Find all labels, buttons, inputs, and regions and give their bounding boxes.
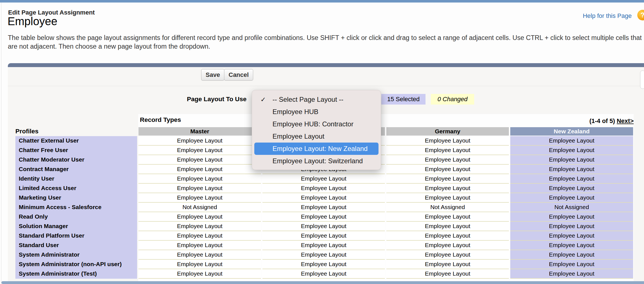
- dropdown-option[interactable]: Employee Layout: New Zealand: [254, 143, 379, 155]
- layout-cell[interactable]: Employee Layout: [510, 155, 633, 165]
- layout-cell[interactable]: Employee Layout: [262, 184, 385, 193]
- horizontal-scrollbar[interactable]: [1, 281, 644, 284]
- vertical-scrollbar-thumb[interactable]: [640, 70, 644, 89]
- layout-cell[interactable]: Employee Layout: [138, 212, 261, 222]
- layout-cell[interactable]: Not Assigned: [386, 203, 509, 212]
- layout-cell[interactable]: Not Assigned: [510, 203, 633, 212]
- layout-cell[interactable]: Employee Layout: [510, 136, 633, 146]
- layout-cell[interactable]: Employee Layout: [510, 269, 633, 279]
- profile-cell[interactable]: System Administrator (Test): [15, 269, 137, 279]
- layout-cell[interactable]: Employee Layout: [386, 222, 509, 231]
- page-title: Employee: [8, 15, 57, 28]
- layout-cell[interactable]: Employee Layout: [510, 174, 633, 184]
- page-layout-to-use-label: Page Layout To Use: [187, 96, 246, 103]
- layout-cell[interactable]: Employee Layout: [386, 165, 509, 174]
- layout-cell[interactable]: Employee Layout: [262, 231, 385, 241]
- profile-cell[interactable]: Solution Manager: [15, 222, 137, 231]
- layout-cell[interactable]: Employee Layout: [138, 136, 261, 146]
- next-page-link[interactable]: Next>: [617, 117, 634, 124]
- layout-cell[interactable]: Employee Layout: [262, 203, 385, 212]
- profile-cell[interactable]: Chatter Moderator User: [15, 155, 137, 165]
- dropdown-option-label: Employee Layout: New Zealand: [272, 145, 368, 152]
- profile-cell[interactable]: Identity User: [15, 174, 137, 184]
- layout-cell[interactable]: Employee Layout: [386, 212, 509, 222]
- layout-cell[interactable]: Employee Layout: [386, 269, 509, 279]
- table-row: Read Only Employee Layout Employee Layou…: [15, 212, 633, 222]
- layout-cell[interactable]: Employee Layout: [386, 250, 509, 260]
- layout-cell[interactable]: Employee Layout: [386, 155, 509, 165]
- table-row: Limited Access User Employee Layout Empl…: [15, 184, 633, 193]
- save-button[interactable]: Save: [201, 69, 224, 81]
- dropdown-option[interactable]: Employee HUB: [254, 106, 379, 118]
- table-row: Standard User Employee Layout Employee L…: [15, 241, 633, 250]
- help-link[interactable]: Help for this Page: [583, 12, 632, 20]
- layout-cell[interactable]: Employee Layout: [138, 174, 261, 184]
- table-row: Solution Manager Employee Layout Employe…: [15, 222, 633, 231]
- dropdown-option[interactable]: Employee HUB: Contractor: [254, 118, 379, 130]
- layout-cell[interactable]: Employee Layout: [262, 193, 385, 203]
- layout-cell[interactable]: Employee Layout: [510, 146, 633, 155]
- layout-cell[interactable]: Employee Layout: [510, 241, 633, 250]
- pagination-range: (1-4 of 5): [589, 117, 615, 124]
- profiles-column-header: Profiles: [15, 127, 137, 136]
- profile-cell[interactable]: Minimum Access - Salesforce: [15, 203, 137, 212]
- checkmark-icon: ✓: [260, 93, 269, 106]
- record-types-label: Record Types: [140, 116, 181, 124]
- layout-cell[interactable]: Employee Layout: [138, 193, 261, 203]
- layout-cell[interactable]: Employee Layout: [138, 184, 261, 193]
- layout-cell[interactable]: Employee Layout: [138, 165, 261, 174]
- dropdown-option[interactable]: Employee Layout: Switzerland: [254, 155, 379, 167]
- profile-cell[interactable]: Chatter Free User: [15, 146, 137, 155]
- changed-count-badge: 0 Changed: [431, 94, 474, 105]
- layout-cell[interactable]: Employee Layout: [510, 184, 633, 193]
- layout-cell[interactable]: Employee Layout: [262, 212, 385, 222]
- layout-cell[interactable]: Employee Layout: [510, 193, 633, 203]
- cancel-button[interactable]: Cancel: [224, 69, 253, 81]
- profile-cell[interactable]: System Administrator: [15, 250, 137, 260]
- layout-cell[interactable]: Employee Layout: [510, 222, 633, 231]
- left-border-line: [1, 3, 1, 284]
- layout-cell[interactable]: Employee Layout: [510, 250, 633, 260]
- layout-cell[interactable]: Employee Layout: [262, 241, 385, 250]
- layout-cell[interactable]: Employee Layout: [386, 260, 509, 269]
- layout-cell[interactable]: Employee Layout: [510, 231, 633, 241]
- layout-cell[interactable]: Employee Layout: [262, 174, 385, 184]
- layout-cell[interactable]: Employee Layout: [386, 174, 509, 184]
- layout-cell[interactable]: Employee Layout: [386, 241, 509, 250]
- profile-cell[interactable]: Limited Access User: [15, 184, 137, 193]
- layout-cell[interactable]: Employee Layout: [138, 250, 261, 260]
- layout-cell[interactable]: Not Assigned: [138, 203, 261, 212]
- column-header[interactable]: Master: [138, 127, 261, 136]
- layout-cell[interactable]: Employee Layout: [386, 184, 509, 193]
- layout-cell[interactable]: Employee Layout: [138, 231, 261, 241]
- layout-cell[interactable]: Employee Layout: [262, 260, 385, 269]
- layout-cell[interactable]: Employee Layout: [510, 165, 633, 174]
- layout-cell[interactable]: Employee Layout: [138, 222, 261, 231]
- profile-cell[interactable]: Standard User: [15, 241, 137, 250]
- layout-cell[interactable]: Employee Layout: [510, 212, 633, 222]
- dropdown-option[interactable]: Employee Layout: [254, 130, 379, 143]
- profile-cell[interactable]: Marketing User: [15, 193, 137, 203]
- layout-cell[interactable]: Employee Layout: [138, 146, 261, 155]
- column-header[interactable]: New Zealand: [510, 127, 633, 136]
- layout-cell[interactable]: Employee Layout: [138, 155, 261, 165]
- layout-cell[interactable]: Employee Layout: [386, 136, 509, 146]
- column-header[interactable]: Germany: [386, 127, 509, 136]
- profile-cell[interactable]: Read Only: [15, 212, 137, 222]
- layout-cell[interactable]: Employee Layout: [386, 146, 509, 155]
- layout-cell[interactable]: Employee Layout: [138, 241, 261, 250]
- layout-cell[interactable]: Employee Layout: [262, 222, 385, 231]
- layout-cell[interactable]: Employee Layout: [386, 231, 509, 241]
- layout-cell[interactable]: Employee Layout: [386, 193, 509, 203]
- profile-cell[interactable]: Standard Platform User: [15, 231, 137, 241]
- layout-cell[interactable]: Employee Layout: [138, 260, 261, 269]
- layout-cell[interactable]: Employee Layout: [510, 260, 633, 269]
- profile-cell[interactable]: Contract Manager: [15, 165, 137, 174]
- help-question-icon[interactable]: ?: [637, 10, 644, 20]
- profile-cell[interactable]: Chatter External User: [15, 136, 137, 146]
- layout-cell[interactable]: Employee Layout: [138, 269, 261, 279]
- layout-cell[interactable]: Employee Layout: [262, 250, 385, 260]
- layout-cell[interactable]: Employee Layout: [262, 269, 385, 279]
- dropdown-option[interactable]: ✓ -- Select Page Layout --: [254, 93, 379, 106]
- profile-cell[interactable]: System Administrator (non-API user): [15, 260, 137, 269]
